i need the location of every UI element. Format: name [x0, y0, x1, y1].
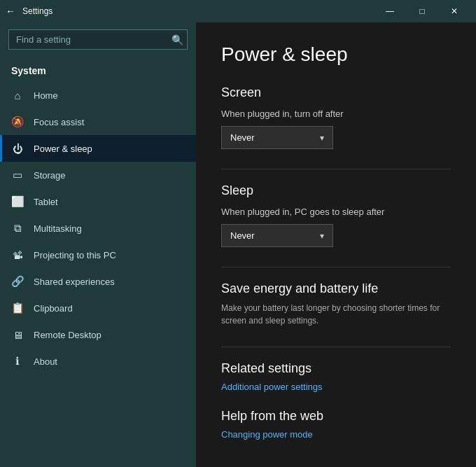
sidebar-item-label: About	[34, 356, 57, 367]
sidebar-item-label: Shared experiences	[34, 277, 115, 287]
sleep-heading: Sleep	[221, 183, 451, 198]
remote-desktop-icon: 🖥	[11, 328, 24, 341]
tablet-icon: ⬜	[11, 195, 24, 208]
sidebar-item-label: Home	[34, 90, 58, 101]
sidebar-item-power-sleep[interactable]: ⏻ Power & sleep	[0, 135, 196, 162]
sidebar-item-label: Tablet	[34, 197, 58, 207]
sidebar-item-label: Clipboard	[34, 303, 73, 314]
sidebar-item-label: Projecting to this PC	[34, 250, 116, 260]
chevron-down-icon: ▾	[320, 231, 324, 241]
main-layout: 🔍 System ⌂ Home 🔕 Focus assist ⏻ Power &…	[0, 22, 476, 467]
save-energy-section: Save energy and battery life Make your b…	[221, 281, 451, 327]
screen-dropdown[interactable]: Never ▾	[221, 126, 333, 149]
divider	[221, 169, 451, 169]
sidebar-item-projecting[interactable]: 📽 Projecting to this PC	[0, 242, 196, 268]
content-area: Power & sleep Screen When plugged in, tu…	[196, 22, 476, 467]
page-title: Power & sleep	[221, 43, 451, 66]
sidebar-item-focus-assist[interactable]: 🔕 Focus assist	[0, 109, 196, 135]
screen-label: When plugged in, turn off after	[221, 109, 451, 119]
screen-dropdown-container: Never ▾	[221, 126, 451, 149]
additional-power-settings-link[interactable]: Additional power settings	[221, 382, 451, 392]
power-icon: ⏻	[11, 142, 24, 155]
storage-icon: ▭	[11, 169, 24, 181]
sidebar-item-home[interactable]: ⌂ Home	[0, 82, 196, 109]
search-icon-button[interactable]: 🔍	[172, 34, 183, 46]
help-section: Help from the web Changing power mode	[221, 409, 451, 440]
chevron-down-icon: ▾	[320, 133, 324, 143]
screen-dropdown-value: Never	[230, 132, 255, 143]
multitasking-icon: ⧉	[11, 222, 24, 235]
search-input[interactable]	[8, 29, 188, 50]
back-button[interactable]: ←	[6, 6, 15, 17]
sidebar: 🔍 System ⌂ Home 🔕 Focus assist ⏻ Power &…	[0, 22, 196, 467]
projecting-icon: 📽	[11, 249, 24, 261]
maximize-button[interactable]: □	[406, 0, 438, 22]
sleep-section: Sleep When plugged in, PC goes to sleep …	[221, 183, 451, 247]
sleep-label: When plugged in, PC goes to sleep after	[221, 207, 451, 217]
focus-assist-icon: 🔕	[11, 116, 24, 128]
sidebar-item-label: Remote Desktop	[34, 330, 102, 340]
search-icon: 🔍	[172, 34, 183, 46]
about-icon: ℹ	[11, 355, 24, 368]
sidebar-item-label: Focus assist	[34, 117, 84, 127]
shared-experiences-icon: 🔗	[11, 275, 24, 288]
changing-power-mode-link[interactable]: Changing power mode	[221, 429, 451, 440]
clipboard-icon: 📋	[11, 302, 24, 314]
divider-3	[221, 347, 451, 347]
sidebar-item-label: Power & sleep	[34, 144, 92, 154]
screen-section: Screen When plugged in, turn off after N…	[221, 85, 451, 149]
search-box: 🔍	[8, 29, 188, 50]
sidebar-item-remote-desktop[interactable]: 🖥 Remote Desktop	[0, 321, 196, 348]
app-title: Settings	[22, 6, 374, 16]
sidebar-item-tablet[interactable]: ⬜ Tablet	[0, 188, 196, 215]
sidebar-item-label: Storage	[34, 170, 66, 181]
screen-heading: Screen	[221, 85, 451, 100]
sleep-dropdown[interactable]: Never ▾	[221, 224, 333, 247]
sleep-dropdown-container: Never ▾	[221, 224, 451, 247]
sidebar-item-clipboard[interactable]: 📋 Clipboard	[0, 295, 196, 321]
window-controls: — □ ✕	[374, 0, 470, 22]
related-settings-heading: Related settings	[221, 361, 451, 376]
home-icon: ⌂	[11, 89, 24, 102]
sidebar-section-label: System	[0, 60, 196, 82]
sidebar-item-storage[interactable]: ▭ Storage	[0, 162, 196, 188]
save-energy-heading: Save energy and battery life	[221, 281, 451, 296]
sidebar-item-shared-experiences[interactable]: 🔗 Shared experiences	[0, 268, 196, 295]
close-button[interactable]: ✕	[438, 0, 470, 22]
related-settings-section: Related settings Additional power settin…	[221, 361, 451, 392]
help-heading: Help from the web	[221, 409, 451, 424]
divider-2	[221, 267, 451, 267]
title-bar: ← Settings — □ ✕	[0, 0, 476, 22]
sidebar-item-multitasking[interactable]: ⧉ Multitasking	[0, 215, 196, 242]
save-energy-description: Make your battery last longer by choosin…	[221, 302, 451, 327]
sidebar-item-about[interactable]: ℹ About	[0, 348, 196, 375]
minimize-button[interactable]: —	[374, 0, 406, 22]
sidebar-item-label: Multitasking	[34, 223, 82, 234]
sleep-dropdown-value: Never	[230, 230, 255, 241]
